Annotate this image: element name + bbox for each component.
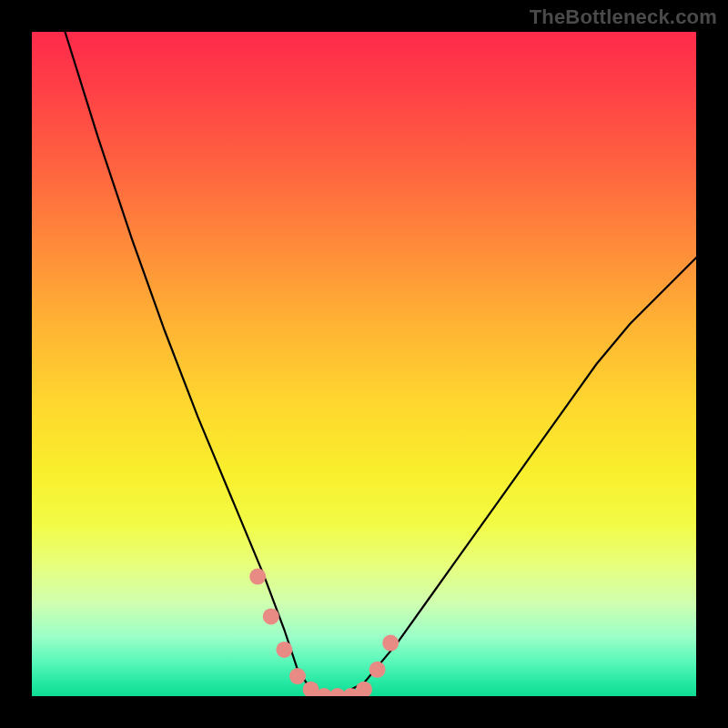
highlight-marker-group (249, 569, 399, 696)
highlight-marker-dot (276, 642, 292, 658)
chart-plot-area (32, 32, 696, 696)
highlight-marker-dot (356, 682, 372, 696)
highlight-marker-dot (382, 635, 399, 652)
highlight-marker-dot (249, 569, 266, 585)
highlight-marker-dot (263, 608, 279, 624)
highlight-marker-dot (289, 668, 306, 684)
chart-svg (32, 32, 696, 696)
bottleneck-curve-line (66, 32, 697, 696)
highlight-marker-dot (369, 662, 386, 678)
watermark-text: TheBottleneck.com (530, 5, 717, 29)
